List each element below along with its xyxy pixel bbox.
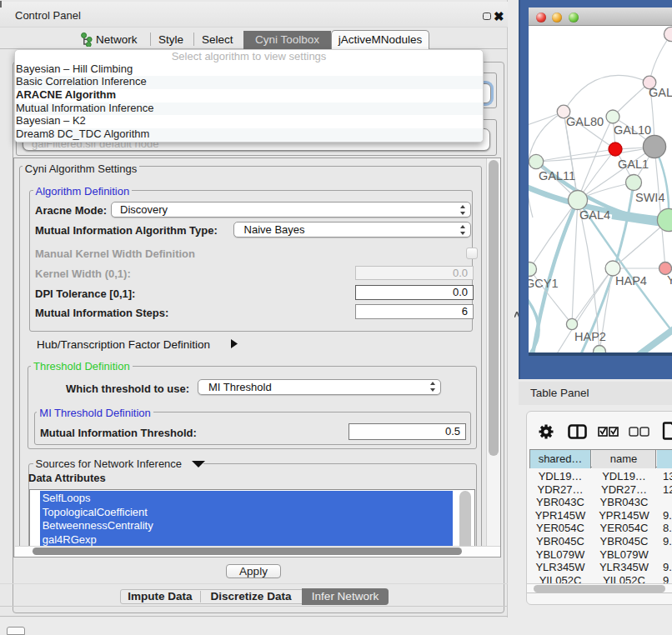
svg-text:GAL11: GAL11: [539, 169, 575, 182]
svg-text:HAP4: HAP4: [615, 274, 647, 288]
svg-text:GAL10: GAL10: [614, 123, 651, 137]
svg-text:GAL1: GAL1: [618, 158, 649, 171]
svg-text:HAP2: HAP2: [574, 330, 606, 343]
svg-text:GAL4: GAL4: [579, 208, 610, 222]
svg-text:Y: Y: [667, 273, 672, 287]
svg-text:GCY1: GCY1: [529, 277, 559, 290]
svg-text:SWI4: SWI4: [635, 191, 664, 204]
svg-text:GAL80: GAL80: [566, 115, 604, 128]
svg-text:GAL8: GAL8: [649, 86, 672, 99]
